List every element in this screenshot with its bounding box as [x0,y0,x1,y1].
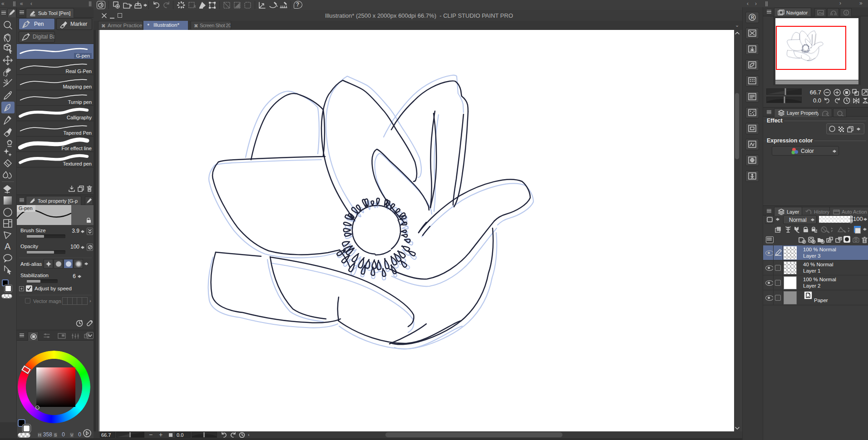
svg-text:R: R [751,15,755,20]
svg-text:A: A [5,241,11,251]
